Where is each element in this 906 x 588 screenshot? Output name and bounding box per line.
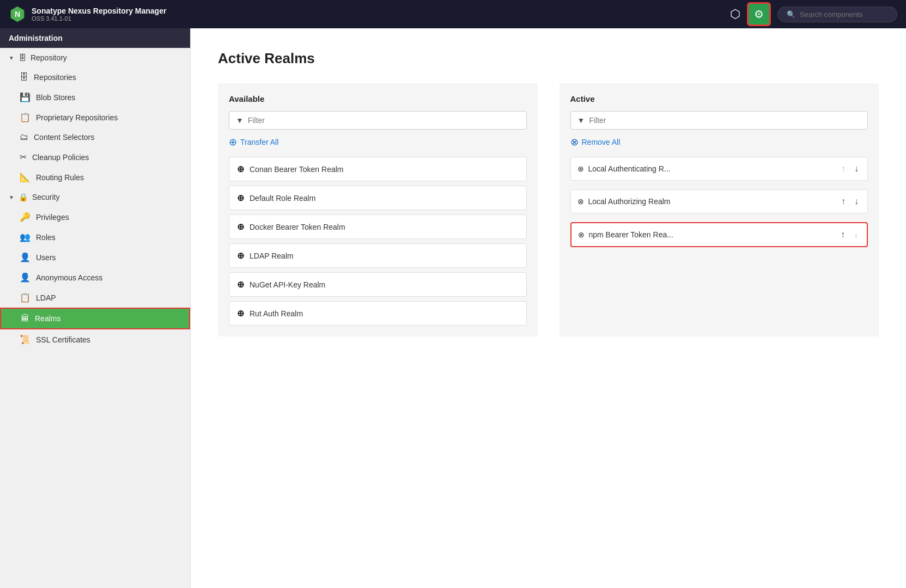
ldap-label: LDAP [36,293,56,302]
remove-icon-local-authorizing[interactable]: ⊗ [577,197,584,206]
security-group-icon: 🔒 [19,193,28,201]
down-button-local-authorizing[interactable]: ↓ [852,195,861,207]
active-panel: Active ▼ ⊗ Remove All ⊗ Local Authentica… [560,83,879,336]
available-item-conan-bearer[interactable]: ⊕ Conan Bearer Token Realm [229,157,527,181]
realms-label: Realms [35,314,60,323]
active-filter-wrap[interactable]: ▼ [570,111,868,130]
sidebar-section-security: ▼ 🔒 Security 🔑 Privileges 👥 Roles 👤 User… [0,187,190,350]
remove-icon-npm-bearer[interactable]: ⊗ [578,230,585,239]
available-filter-wrap[interactable]: ▼ [229,111,527,130]
active-filter-input[interactable] [589,116,861,125]
sidebar-item-content-selectors[interactable]: 🗂 Content Selectors [0,127,190,147]
up-button-local-authorizing[interactable]: ↑ [839,195,848,207]
privileges-icon: 🔑 [20,212,31,222]
sidebar-item-cleanup-policies[interactable]: ✂ Cleanup Policies [0,147,190,167]
cleanup-policies-icon: ✂ [20,152,27,162]
proprietary-repositories-label: Proprietary Repositories [36,113,118,122]
active-item-local-authenticating[interactable]: ⊗ Local Authenticating R... ↑ ↓ [570,157,868,181]
npm-bearer-label: npm Bearer Token Rea... [589,230,835,239]
transfer-all-button[interactable]: ⊕ Transfer All [229,136,278,148]
svg-text:N: N [15,10,20,19]
users-label: Users [36,253,56,262]
proprietary-repositories-icon: 📋 [20,112,31,122]
rut-auth-label: Rut Auth Realm [250,309,303,318]
ldap-realm-label: LDAP Realm [250,252,294,260]
sidebar-item-routing-rules[interactable]: 📐 Routing Rules [0,167,190,187]
active-filter-icon: ▼ [577,116,585,125]
logo-icon: N [9,5,26,23]
add-icon-conan: ⊕ [237,164,244,174]
routing-rules-icon: 📐 [20,172,31,182]
sidebar-item-roles[interactable]: 👥 Roles [0,227,190,247]
sidebar-group-security[interactable]: ▼ 🔒 Security [0,187,190,207]
add-icon-default-role: ⊕ [237,193,244,203]
ssl-certificates-label: SSL Certificates [36,335,90,344]
remove-icon-local-authenticating[interactable]: ⊗ [577,164,584,173]
add-icon-docker-bearer: ⊕ [237,222,244,232]
cube-icon[interactable]: ⬡ [730,7,740,21]
remove-all-icon: ⊗ [570,136,579,148]
arrow-icon: ▼ [9,55,14,61]
default-role-label: Default Role Realm [250,194,315,203]
available-panel: Available ▼ ⊕ Transfer All ⊕ Conan Beare… [218,83,538,336]
security-arrow-icon: ▼ [9,194,14,200]
available-filter-input[interactable] [248,116,520,125]
sidebar-item-ldap[interactable]: 📋 LDAP [0,287,190,308]
sidebar-item-users[interactable]: 👤 Users [0,247,190,267]
active-item-local-authorizing[interactable]: ⊗ Local Authorizing Realm ↑ ↓ [570,189,868,213]
main-content: Active Realms Available ▼ ⊕ Transfer All… [191,28,906,588]
active-realm-items: ⊗ Local Authenticating R... ↑ ↓ ⊗ Local … [570,157,868,252]
sidebar-item-proprietary-repositories[interactable]: 📋 Proprietary Repositories [0,107,190,127]
down-button-local-authenticating[interactable]: ↓ [852,163,861,175]
users-icon: 👤 [20,252,31,262]
up-button-npm-bearer[interactable]: ↑ [838,229,847,241]
local-authorizing-label: Local Authorizing Realm [588,197,835,206]
sidebar-item-ssl-certificates[interactable]: 📜 SSL Certificates [0,329,190,350]
remove-all-label: Remove All [582,138,621,146]
transfer-all-label: Transfer All [240,138,278,146]
nuget-apikey-label: NuGet API-Key Realm [250,280,325,289]
add-icon-ldap: ⊕ [237,250,244,261]
docker-bearer-label: Docker Bearer Token Realm [250,223,345,231]
sidebar-item-realms[interactable]: 🏛 Realms [0,308,190,329]
up-button-local-authenticating[interactable]: ↑ [839,163,848,175]
group-repository-label: Repository [31,53,67,62]
ldap-icon: 📋 [20,292,31,303]
search-input[interactable] [800,10,888,19]
realms-icon: 🏛 [21,314,29,323]
available-filter-icon: ▼ [236,116,244,125]
settings-button[interactable]: ⚙ [747,2,771,26]
blob-stores-icon: 💾 [20,92,31,102]
down-button-npm-bearer[interactable]: ↓ [852,229,860,241]
cleanup-policies-label: Cleanup Policies [32,153,89,162]
local-authenticating-label: Local Authenticating R... [588,164,835,173]
available-item-nuget-apikey[interactable]: ⊕ NuGet API-Key Realm [229,272,527,297]
remove-all-button[interactable]: ⊗ Remove All [570,136,621,148]
anonymous-access-label: Anonymous Access [36,273,102,282]
sidebar-item-privileges[interactable]: 🔑 Privileges [0,207,190,227]
active-item-npm-bearer[interactable]: ⊗ npm Bearer Token Rea... ↑ ↓ [570,222,868,247]
app-title-block: Sonatype Nexus Repository Manager OSS 3.… [32,7,166,22]
ssl-certificates-icon: 📜 [20,334,31,345]
app-logo: N Sonatype Nexus Repository Manager OSS … [9,5,166,23]
roles-icon: 👥 [20,232,31,242]
available-item-ldap-realm[interactable]: ⊕ LDAP Realm [229,243,527,268]
available-item-default-role[interactable]: ⊕ Default Role Realm [229,186,527,210]
sidebar-group-repository[interactable]: ▼ 🗄 Repository [0,48,190,68]
active-panel-title: Active [570,94,868,103]
sidebar-item-blob-stores[interactable]: 💾 Blob Stores [0,87,190,107]
sidebar-item-repositories[interactable]: 🗄 Repositories [0,68,190,87]
available-item-rut-auth[interactable]: ⊕ Rut Auth Realm [229,301,527,326]
sidebar-header: Administration [0,28,190,48]
repositories-label: Repositories [34,73,76,82]
available-item-docker-bearer[interactable]: ⊕ Docker Bearer Token Realm [229,215,527,239]
app-body: Administration ▼ 🗄 Repository 🗄 Reposito… [0,28,906,588]
conan-bearer-label: Conan Bearer Token Realm [250,165,344,174]
add-icon-rut-auth: ⊕ [237,308,244,318]
search-icon: 🔍 [787,10,795,19]
app-version: OSS 3.41.1-01 [32,15,166,22]
roles-label: Roles [36,233,56,242]
topnav: N Sonatype Nexus Repository Manager OSS … [0,0,906,28]
sidebar-item-anonymous-access[interactable]: 👤 Anonymous Access [0,267,190,287]
search-bar[interactable]: 🔍 [777,7,897,22]
